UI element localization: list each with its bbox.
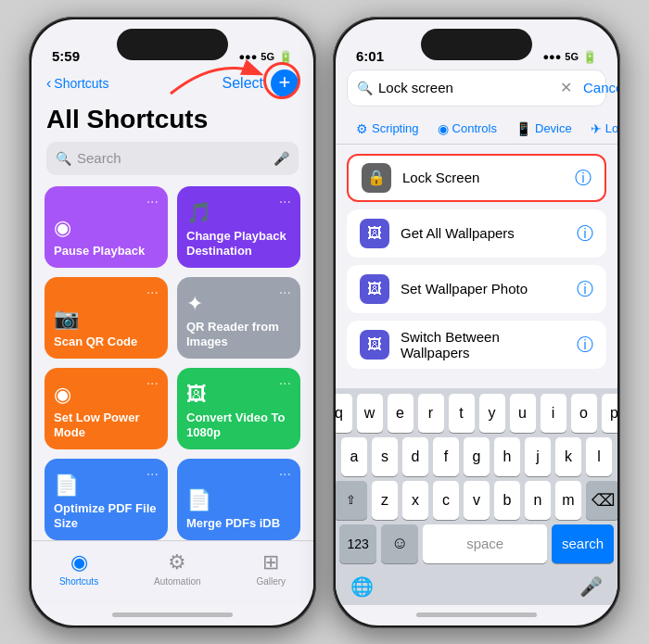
tile-more-icon-7[interactable]: ··· — [146, 466, 159, 483]
cancel-button[interactable]: Cancel — [583, 80, 617, 95]
key-i[interactable]: i — [541, 394, 566, 433]
tile-icon-merge: 📄 — [186, 488, 291, 512]
tile-icon-video: 🖼 — [186, 383, 291, 407]
home-indicator-right — [336, 605, 617, 625]
add-shortcut-button[interactable]: + — [271, 69, 299, 97]
kb-row-2: a s d f g h j k l — [339, 437, 614, 476]
key-d[interactable]: d — [402, 437, 428, 476]
tab-shortcuts-label: Shortcuts — [59, 576, 98, 587]
tile-qr-reader[interactable]: ··· ✦ QR Reader from Images — [177, 277, 300, 359]
key-c[interactable]: c — [433, 481, 459, 520]
filter-device-label: Device — [535, 121, 572, 135]
tile-more-icon-5[interactable]: ··· — [146, 375, 159, 392]
key-m[interactable]: m — [555, 481, 581, 520]
tile-more-icon[interactable]: ··· — [146, 194, 159, 210]
key-x[interactable]: x — [402, 481, 428, 520]
tile-convert-video[interactable]: ··· 🖼 Convert Video To 1080p — [177, 368, 300, 449]
info-icon-lock[interactable]: ⓘ — [575, 167, 592, 189]
key-y[interactable]: y — [479, 394, 505, 433]
key-b[interactable]: b — [494, 481, 520, 520]
tile-scan-qr[interactable]: ··· 📷 Scan QR Code — [45, 277, 168, 359]
info-icon-set-wallpaper[interactable]: ⓘ — [577, 278, 593, 300]
filter-device[interactable]: 📱 Device — [506, 114, 581, 144]
result-get-wallpapers[interactable]: 🖼 Get All Wallpapers ⓘ — [347, 209, 606, 258]
key-f[interactable]: f — [433, 437, 459, 476]
info-icon-switch[interactable]: ⓘ — [577, 334, 593, 356]
tab-gallery[interactable]: ⊞ Gallery — [256, 550, 286, 587]
battery-icon-right: 🔋 — [582, 50, 597, 64]
filter-location[interactable]: ✈ Lo... — [581, 114, 617, 144]
tile-merge-pdf[interactable]: ··· 📄 Merge PDFs iDB — [177, 459, 300, 540]
tile-low-power[interactable]: ··· ◉ Set Low Power Mode — [45, 368, 168, 449]
tile-more-icon-2[interactable]: ··· — [279, 194, 291, 210]
automation-tab-icon: ⚙ — [168, 550, 186, 575]
key-k[interactable]: k — [555, 437, 581, 476]
result-label-switch: Switch Between Wallpapers — [401, 329, 566, 360]
key-p[interactable]: p — [602, 394, 618, 433]
back-button[interactable]: ‹ Shortcuts — [46, 75, 108, 92]
tab-bar-left: ◉ Shortcuts ⚙ Automation ⊞ Gallery — [32, 540, 313, 605]
tile-more-icon-6[interactable]: ··· — [279, 375, 291, 392]
filter-controls-label: Controls — [452, 121, 497, 135]
key-z[interactable]: z — [372, 481, 398, 520]
key-w[interactable]: w — [357, 394, 383, 433]
clear-icon[interactable]: ✕ — [560, 79, 572, 96]
tile-more-icon-4[interactable]: ··· — [279, 284, 291, 301]
key-l[interactable]: l — [586, 437, 612, 476]
key-v[interactable]: v — [464, 481, 490, 520]
result-label-wallpapers: Get All Wallpapers — [401, 225, 566, 241]
emoji-key[interactable]: ☺ — [381, 524, 418, 563]
result-lock-screen[interactable]: 🔒 Lock Screen ⓘ — [347, 154, 606, 202]
result-set-wallpaper[interactable]: 🖼 Set Wallpaper Photo ⓘ — [347, 265, 606, 313]
search-key[interactable]: search — [552, 524, 614, 563]
delete-key[interactable]: ⌫ — [586, 481, 617, 520]
tile-more-icon-3[interactable]: ··· — [146, 284, 159, 301]
tab-automation[interactable]: ⚙ Automation — [154, 550, 201, 587]
info-icon-wallpapers[interactable]: ⓘ — [577, 222, 593, 245]
kb-row-4: 123 ☺ space search — [339, 524, 614, 563]
shift-key[interactable]: ⇧ — [336, 481, 367, 520]
number-key[interactable]: 123 — [339, 524, 376, 563]
home-indicator-left — [32, 605, 313, 625]
tile-optimize-pdf[interactable]: ··· 📄 Optimize PDF File Size — [45, 459, 168, 540]
key-j[interactable]: j — [525, 437, 551, 476]
keyboard: q w e r t y u i o p a s d f g h j — [336, 388, 617, 572]
key-h[interactable]: h — [494, 437, 520, 476]
back-label: Shortcuts — [54, 76, 108, 91]
select-button[interactable]: Select — [223, 75, 263, 92]
key-g[interactable]: g — [464, 437, 490, 476]
mic-icon: 🎤 — [274, 151, 289, 166]
mic-icon-kb[interactable]: 🎤 — [579, 575, 603, 598]
search-icon-right: 🔍 — [357, 81, 373, 95]
globe-icon[interactable]: 🌐 — [350, 575, 374, 598]
tile-label-qr: QR Reader from Images — [186, 320, 291, 348]
key-t[interactable]: t — [449, 394, 475, 433]
tile-more-icon-8[interactable]: ··· — [279, 466, 291, 483]
filter-controls[interactable]: ◉ Controls — [428, 114, 506, 144]
key-n[interactable]: n — [525, 481, 551, 520]
key-r[interactable]: r — [418, 394, 444, 433]
shortcuts-tab-icon: ◉ — [70, 550, 88, 575]
battery-icon: 🔋 — [278, 50, 293, 64]
space-key[interactable]: space — [423, 524, 547, 563]
tile-change-playback[interactable]: ··· 🎵 Change Playback Destination — [177, 186, 300, 268]
wallpapers-icon: 🖼 — [360, 219, 389, 248]
key-u[interactable]: u — [510, 394, 536, 433]
search-bar-right-container[interactable]: 🔍 ✕ Cancel — [347, 69, 606, 107]
result-switch-wallpapers[interactable]: 🖼 Switch Between Wallpapers ⓘ — [347, 321, 606, 369]
kb-row-3: ⇧ z x c v b n m ⌫ — [339, 481, 614, 520]
location-icon: ✈ — [591, 121, 602, 136]
filter-scripting-label: Scripting — [372, 121, 419, 135]
search-icon-left: 🔍 — [56, 151, 71, 166]
search-bar-left[interactable]: 🔍 Search 🎤 — [46, 142, 299, 175]
key-a[interactable]: a — [341, 437, 367, 476]
key-q[interactable]: q — [336, 394, 352, 433]
key-o[interactable]: o — [571, 394, 597, 433]
time-left: 5:59 — [52, 48, 80, 64]
search-input-right[interactable] — [378, 80, 554, 95]
tab-shortcuts[interactable]: ◉ Shortcuts — [59, 550, 98, 587]
key-e[interactable]: e — [388, 394, 414, 433]
key-s[interactable]: s — [372, 437, 398, 476]
tile-pause-playback[interactable]: ··· ◉ Pause Playback — [45, 186, 168, 268]
filter-scripting[interactable]: ⚙ Scripting — [347, 114, 428, 144]
